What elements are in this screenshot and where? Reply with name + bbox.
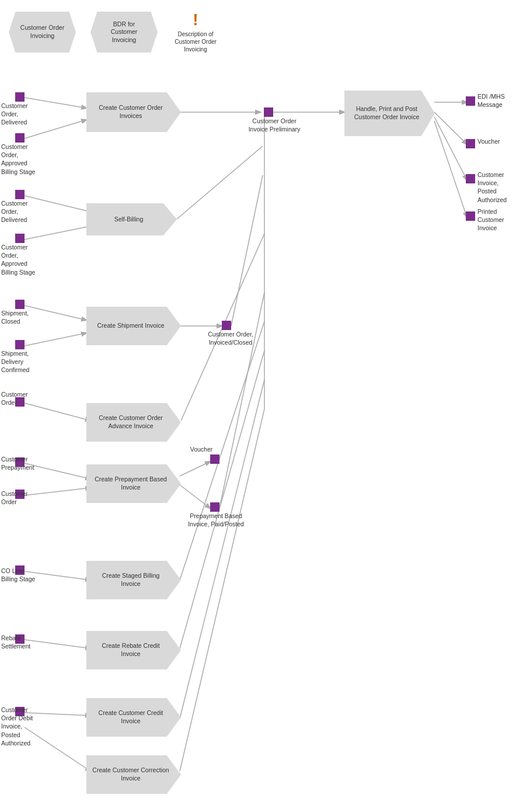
handle-print-post[interactable]: Handle, Print and Post Customer Order In… (344, 91, 435, 136)
sq-co-approved-2 (15, 234, 25, 243)
label-printed-invoice: Printed Customer Invoice (477, 207, 515, 233)
create-correction-invoice[interactable]: Create Customer Correction Invoice (86, 755, 181, 794)
sq-voucher-2 (210, 454, 219, 464)
sq-co-invoice-prelim (264, 107, 273, 117)
sq-printed-invoice (466, 211, 475, 221)
label-rebate-settlement: Rebate Settlement (1, 634, 39, 650)
header-shape-2-label: BDR for Customer Invoicing (100, 20, 148, 44)
handle-print-label: Handle, Print and Post Customer Order In… (350, 105, 423, 121)
create-prepayment-label: Create Prepayment Based Invoice (92, 476, 169, 491)
label-customer-prepayment: Customer Prepayment (1, 455, 41, 471)
create-credit-invoice[interactable]: Create Customer Credit Invoice (86, 698, 181, 737)
create-advance-label: Create Customer Order Advance Invoice (92, 414, 169, 430)
create-shipment-label: Create Shipment Invoice (97, 322, 165, 330)
svg-line-25 (180, 351, 264, 648)
label-prepayment-posted: Prepayment Based Invoice, Paid/Posted (187, 512, 245, 528)
sq-edi-mhs (466, 96, 475, 106)
label-co-line-billing: CO Line Billing Stage (1, 567, 39, 583)
header-shape-1: Customer Order Invoicing (9, 12, 76, 53)
svg-line-12 (25, 333, 86, 346)
label-voucher-1: Voucher (477, 137, 514, 145)
label-shipment-delivery: Shipment, Delivery Confirmed (1, 349, 42, 374)
label-customer-order-advance: Customer Order (1, 390, 36, 407)
create-staged-label: Create Staged Billing Invoice (92, 572, 169, 588)
svg-line-10 (177, 146, 263, 219)
label-co-delivered-1: Customer Order, Delivered (1, 102, 36, 127)
create-staged-invoice[interactable]: Create Staged Billing Invoice (86, 561, 181, 599)
label-co-invoiced-closed: Customer Order, Invoiced/Closed (204, 330, 257, 346)
create-advance-invoice[interactable]: Create Customer Order Advance Invoice (86, 403, 181, 442)
label-customer-order-prepay: Customer Order (1, 490, 36, 506)
self-billing-label: Self-Billing (114, 216, 144, 224)
svg-line-5 (434, 112, 467, 144)
label-co-debit-invoice: Customer Order Debit Invoice, Posted Aut… (1, 706, 42, 747)
svg-line-20 (180, 485, 210, 508)
exclamation-icon: ! (193, 12, 198, 28)
label-co-delivered-2: Customer Order, Delivered (1, 199, 36, 224)
svg-line-29 (180, 409, 264, 771)
svg-line-6 (434, 117, 467, 180)
label-edi-mhs: EDI /MHS Message (477, 92, 514, 109)
label-co-invoice-prelim: Customer Order Invoice Preliminary (245, 117, 304, 133)
create-shipment-invoice[interactable]: Create Shipment Invoice (86, 307, 181, 345)
label-customer-invoice-posted: Customer Invoice, Posted Authorized (477, 171, 515, 204)
svg-line-14 (231, 175, 263, 326)
label-co-approved-2: Customer Order, Approved Billing Stage (1, 243, 42, 276)
sq-co-delivered-2 (15, 190, 25, 199)
diagram-container: Customer Order Invoicing BDR for Custome… (0, 0, 516, 812)
create-credit-label: Create Customer Credit Invoice (92, 709, 169, 725)
sq-shipment-delivery (15, 340, 25, 349)
create-correction-label: Create Customer Correction Invoice (92, 766, 169, 782)
sq-voucher-1 (466, 139, 475, 148)
header-shape-3: ! Description of Customer Order Invoicin… (166, 9, 225, 55)
create-rebate-label: Create Rebate Credit Invoice (92, 642, 169, 658)
sq-customer-invoice-posted (466, 174, 475, 183)
label-co-approved-1: Customer Order, Approved Billing Stage (1, 143, 42, 176)
create-co-invoices-label: Create Customer Order Invoices (92, 104, 169, 120)
sq-co-approved-1 (15, 133, 25, 143)
svg-line-9 (25, 225, 96, 240)
sq-co-invoiced-closed (222, 321, 231, 330)
sq-prepayment-posted (210, 502, 219, 512)
sq-co-delivered-1 (15, 92, 25, 102)
create-prepayment-invoice[interactable]: Create Prepayment Based Invoice (86, 464, 181, 503)
header-shape-1-label: Customer Order Invoicing (18, 24, 67, 40)
sq-shipment-closed (15, 300, 25, 309)
self-billing[interactable]: Self-Billing (86, 203, 177, 235)
header-shape-2: BDR for Customer Invoicing (90, 12, 158, 53)
svg-line-19 (180, 461, 210, 476)
create-rebate-invoice[interactable]: Create Rebate Credit Invoice (86, 631, 181, 669)
create-co-invoices[interactable]: Create Customer Order Invoices (86, 92, 181, 132)
svg-line-28 (180, 380, 264, 719)
label-voucher-2: Voucher (184, 445, 219, 453)
header-shape-3-label: Description of Customer Order Invoicing (166, 30, 225, 53)
label-shipment-closed: Shipment, Closed (1, 309, 36, 325)
svg-line-7 (434, 121, 467, 217)
